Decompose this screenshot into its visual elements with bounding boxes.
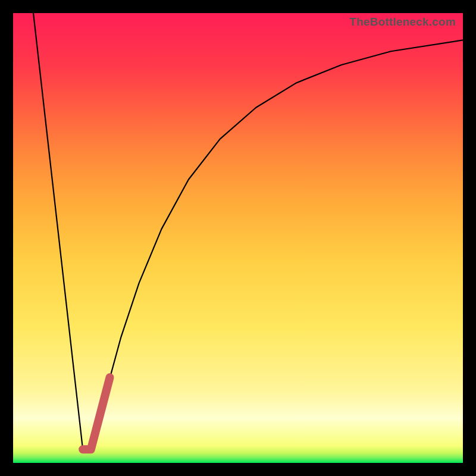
series-right-curve	[91, 40, 463, 449]
series-left-descent	[33, 13, 83, 449]
series-red-marker	[83, 377, 109, 449]
curve-layer	[13, 13, 463, 463]
plot-area: TheBottleneck.com	[13, 13, 463, 463]
chart-frame: TheBottleneck.com	[0, 0, 476, 476]
